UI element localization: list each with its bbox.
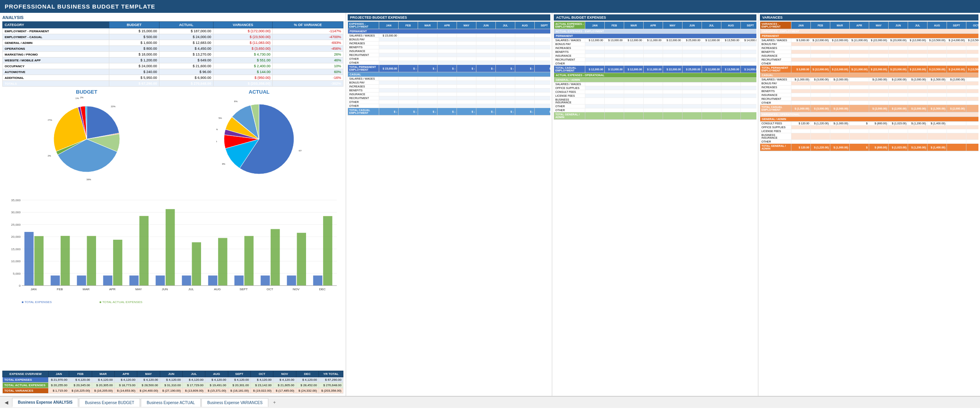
svg-text:OCT: OCT — [266, 288, 273, 291]
svg-text:2%: 2% — [48, 155, 51, 157]
pct-cell: -693% — [273, 40, 343, 46]
svg-rect-39 — [103, 275, 112, 286]
col-category: CATEGORY — [3, 22, 109, 28]
expense-value: $ (17,485.00) — [273, 388, 296, 394]
actual-cell: $ 187,000.00 — [159, 28, 213, 34]
expense-value: $ 20,345.00 — [69, 383, 92, 388]
expense-value: $ 270,648.00 — [318, 383, 343, 388]
expense-value: $ 4,120.00 — [296, 377, 318, 383]
expense-table: EXPENSE OVERVIEW JAN FEB MAR APR MAY JUN… — [2, 371, 343, 394]
svg-rect-57 — [261, 275, 270, 286]
tab-budget[interactable]: Business Expense BUDGET — [79, 398, 140, 407]
actual-pie-svg: 47%9%5%2%5%8%3% — [216, 96, 302, 182]
expense-value: $ 4,120.00 — [160, 377, 182, 383]
expense-value: $ 20,301.00 — [228, 383, 250, 388]
expense-value: $ (16,225.00) — [69, 388, 92, 394]
svg-rect-33 — [51, 275, 60, 286]
actual-cell: $ 21,600.00 — [159, 63, 213, 69]
expense-value: $ 4,120.00 — [114, 377, 137, 383]
svg-text:JUN: JUN — [162, 288, 168, 291]
variance-cell: $ (172,000.00) — [214, 28, 273, 34]
expense-col-nov: NOV — [273, 371, 296, 377]
svg-rect-43 — [139, 216, 149, 286]
cat-cell: WEBSITE / MOBILE APP — [3, 58, 109, 63]
svg-text:5%: 5% — [219, 117, 222, 119]
budget-cell: $ 15,000.00 — [109, 28, 159, 34]
budget-pie-title: BUDGET — [76, 89, 97, 95]
svg-rect-46 — [166, 209, 175, 286]
variance-cell: $ 2,400.00 — [214, 63, 273, 69]
actual-cell: $ 96.00 — [159, 69, 213, 75]
budget-cell: $ 18,000.00 — [109, 52, 159, 58]
svg-text:25,000: 25,000 — [11, 223, 21, 227]
page-title: PROFESSIONAL BUSINESS BUDGET TEMPLATE — [5, 3, 155, 10]
expense-value: $ 21,605.00 — [273, 383, 296, 388]
actual-pie-title: ACTUAL — [249, 89, 270, 95]
expense-value: $ 4,120.00 — [69, 377, 92, 383]
expense-col-yr: YR TOTAL — [318, 371, 343, 377]
right-panel: PROJECTED BUDGET EXPENSES EXPENSES - EMP… — [346, 13, 980, 396]
charts-area: BUDGET 22%9%36%2%27%1%2% ACTUAL 47%9%5%2… — [2, 89, 343, 194]
svg-text:10,000: 10,000 — [11, 260, 21, 263]
svg-rect-61 — [297, 233, 306, 286]
budget-cell: $ 1,600.00 — [109, 40, 159, 46]
expense-value: $ 4,120.00 — [250, 377, 273, 383]
svg-text:JAN: JAN — [31, 288, 37, 291]
actual-cell: $ 13,270.00 — [159, 52, 213, 58]
tab-add-button[interactable]: + — [269, 398, 280, 407]
tabs-bar: ◀ Business Expense ANALYSIS Business Exp… — [0, 396, 980, 408]
cat-cell: OCCUPANCY — [3, 63, 109, 69]
pct-cell: -16% — [273, 75, 343, 81]
svg-text:5,000: 5,000 — [13, 272, 21, 275]
svg-rect-60 — [287, 275, 296, 286]
svg-text:35,000: 35,000 — [11, 199, 21, 202]
svg-rect-45 — [156, 275, 165, 286]
tab-variances[interactable]: Business Expense VARIANCES — [201, 398, 268, 407]
budget-pie-svg: 22%9%36%2%27%1%2% — [48, 96, 126, 182]
svg-text:MAR: MAR — [82, 288, 89, 291]
expense-value: $ 18,773.00 — [114, 383, 137, 388]
svg-text:0: 0 — [19, 284, 21, 288]
expense-value: $ 4,120.00 — [205, 377, 228, 383]
expense-value: $ 23,142.00 — [250, 383, 273, 388]
tab-analysis[interactable]: Business Expense ANALYSIS — [12, 398, 78, 407]
cat-cell: ADDITIONAL — [3, 75, 109, 81]
analysis-title: ANALYSIS — [2, 15, 343, 20]
expense-col-apr: APR — [114, 371, 137, 377]
left-panel: ANALYSIS CATEGORY BUDGET ACTUAL VARIANCE… — [0, 13, 346, 396]
expense-label: TOTAL ACTUAL EXPENSES — [3, 383, 49, 388]
pct-cell: 26% — [273, 52, 343, 58]
pct-cell: -456% — [273, 46, 343, 52]
svg-text:NOV: NOV — [293, 288, 300, 291]
expense-col-label: EXPENSE OVERVIEW — [3, 371, 49, 377]
svg-rect-63 — [313, 275, 322, 286]
cat-cell: MARKETING / PROMO — [3, 52, 109, 58]
svg-text:36%: 36% — [86, 178, 91, 181]
svg-rect-58 — [271, 229, 280, 286]
expense-value: $ (203,358.00) — [318, 388, 343, 394]
svg-rect-30 — [24, 232, 34, 286]
main-container: PROFESSIONAL BUSINESS BUDGET TEMPLATE AN… — [0, 0, 980, 408]
expense-value: $ 19,491.00 — [205, 383, 228, 388]
actual-cell: $ 6,900.00 — [159, 75, 213, 81]
expense-value: $ (16,205.00) — [92, 388, 114, 394]
nav-left-icon[interactable]: ◀ — [2, 400, 11, 405]
expense-value: $ (13,609.00) — [182, 388, 205, 394]
analysis-table: CATEGORY BUDGET ACTUAL VARIANCES % OF VA… — [2, 21, 343, 87]
pct-cell: -4700% — [273, 34, 343, 40]
expense-value: $ (15,371.00) — [205, 388, 228, 394]
svg-text:JUL: JUL — [188, 288, 194, 291]
totals-variance: $ (203,358.00) — [214, 81, 273, 87]
svg-text:15,000: 15,000 — [11, 247, 21, 251]
expense-value: $ (19,022.00) — [250, 388, 273, 394]
svg-rect-54 — [234, 275, 244, 286]
svg-rect-48 — [182, 275, 191, 286]
expense-value: $ (14,653.00) — [114, 388, 137, 394]
tab-actual[interactable]: Business Expense ACTUAL — [141, 398, 201, 407]
variance-cell: $ (23,500.00) — [214, 34, 273, 40]
expense-overview: EXPENSE OVERVIEW JAN FEB MAR APR MAY JUN… — [2, 371, 343, 394]
svg-rect-40 — [113, 240, 122, 286]
svg-text:22%: 22% — [111, 105, 116, 108]
expense-value: $ 20,255.00 — [49, 383, 69, 388]
expense-value: $ (16,181.00) — [228, 388, 250, 394]
